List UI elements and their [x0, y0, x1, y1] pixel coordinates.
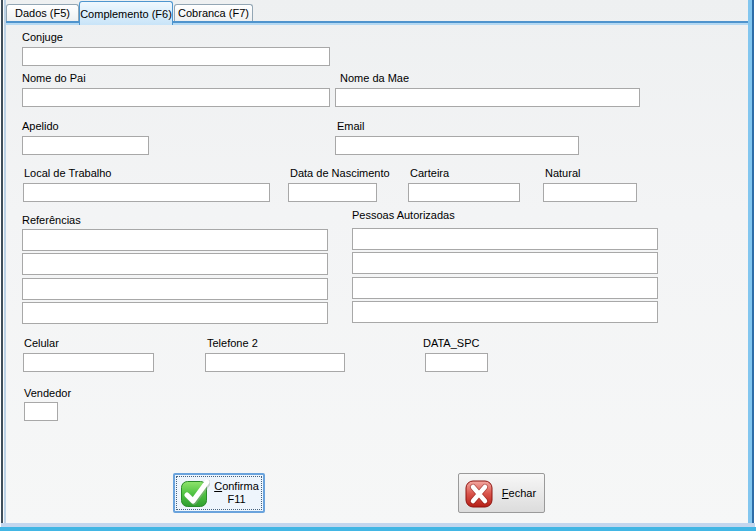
nome-da-mae-field[interactable] — [335, 88, 640, 107]
referencias-field-4[interactable] — [22, 302, 328, 324]
pessoas-autorizadas-field-3[interactable] — [352, 277, 658, 299]
tab-complemento-label: Complemento (F6) — [80, 8, 172, 20]
pessoas-autorizadas-field-4[interactable] — [352, 301, 658, 323]
telefone2-field[interactable] — [205, 353, 345, 372]
celular-label: Celular — [24, 337, 59, 349]
vendedor-field[interactable] — [24, 402, 58, 421]
apelido-label: Apelido — [22, 120, 59, 132]
natural-label: Natural — [545, 167, 580, 179]
telefone2-label: Telefone 2 — [207, 337, 258, 349]
fechar-button-text: Fechar — [494, 487, 544, 500]
x-icon — [464, 478, 494, 508]
conjuge-label: Conjuge — [22, 31, 63, 43]
tab-complemento[interactable]: Complemento (F6) — [79, 1, 173, 25]
tab-dados[interactable]: Dados (F5) — [6, 4, 79, 21]
fechar-button[interactable]: Fechar — [458, 473, 545, 513]
celular-field[interactable] — [23, 353, 154, 372]
data-de-nascimento-field[interactable] — [288, 183, 377, 202]
referencias-field-3[interactable] — [22, 278, 328, 300]
conjuge-field[interactable] — [22, 47, 330, 66]
vendedor-label: Vendedor — [24, 387, 71, 399]
pessoas-autorizadas-label: Pessoas Autorizadas — [352, 209, 455, 221]
local-de-trabalho-field[interactable] — [23, 183, 270, 202]
carteira-label: Carteira — [410, 167, 449, 179]
pessoas-autorizadas-field-1[interactable] — [352, 228, 658, 250]
fechar-button-label: Fechar — [494, 487, 544, 500]
window-border-left-blue — [4, 0, 6, 524]
apelido-field[interactable] — [22, 136, 149, 155]
complemento-form-window: Dados (F5) Complemento (F6) Cobranca (F7… — [0, 0, 756, 531]
nome-da-mae-label: Nome da Mae — [340, 72, 409, 84]
carteira-field[interactable] — [408, 183, 520, 202]
referencias-field-2[interactable] — [22, 253, 328, 275]
natural-field[interactable] — [543, 183, 637, 202]
window-border-bottom-cyan — [0, 527, 756, 531]
email-label: Email — [337, 120, 365, 132]
tab-dados-label: Dados (F5) — [15, 7, 70, 19]
tab-cobranca[interactable]: Cobranca (F7) — [174, 4, 253, 21]
nome-do-pai-field[interactable] — [22, 88, 330, 107]
data-de-nascimento-label: Data de Nascimento — [290, 167, 390, 179]
referencias-label: Referências — [22, 214, 81, 226]
tab-cobranca-label: Cobranca (F7) — [178, 7, 249, 19]
email-field[interactable] — [335, 136, 579, 155]
confirma-button-text: Confirma F11 — [210, 480, 263, 506]
confirma-button-shortcut: F11 — [227, 493, 245, 505]
local-de-trabalho-label: Local de Trabalho — [24, 167, 111, 179]
data-spc-label: DATA_SPC — [423, 337, 479, 349]
data-spc-field[interactable] — [425, 353, 488, 372]
confirma-button[interactable]: Confirma F11 — [173, 473, 265, 513]
confirma-button-label: Confirma — [210, 480, 263, 493]
nome-do-pai-label: Nome do Pai — [22, 72, 86, 84]
check-icon — [180, 478, 210, 508]
referencias-field-1[interactable] — [22, 229, 328, 251]
pessoas-autorizadas-field-2[interactable] — [352, 252, 658, 274]
